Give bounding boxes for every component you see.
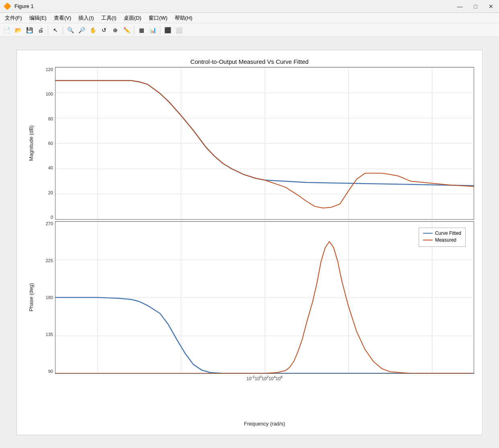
toolbar: 📄 📂 💾 🖨 ↖ 🔍 🔎 ✋ ↺ ⊕ ✏️ ▦ 📊 ⬛ ⬜ [0,23,499,37]
phase-plot-area: Curve Fitted Measured [55,221,474,374]
menu-help[interactable]: 帮助(H) [172,14,196,22]
charts-container: Magnitude (dB) 120 100 80 60 40 20 0 [25,67,474,374]
toolbar-separator-1 [48,26,48,35]
split-button[interactable]: ⬜ [174,25,184,35]
close-button[interactable]: ✕ [486,3,496,10]
menu-desktop[interactable]: 桌面(D) [121,14,145,22]
menu-insert[interactable]: 插入(I) [75,14,97,22]
menu-view[interactable]: 查看(V) [51,14,74,22]
phase-svg [55,222,474,373]
curve-fitted-phase [55,297,474,373]
curve-fitted-magnitude [55,81,474,186]
magnitude-y-label: Magnitude (dB) [25,67,37,220]
magnitude-chart-wrapper: Magnitude (dB) 120 100 80 60 40 20 0 [25,67,474,220]
figure-area: Control-to-Output Measured Vs Curve Fitt… [16,50,483,435]
x-ticks-area: 10-2 100 102 104 106 [247,374,283,419]
legend-curve-fitted: Curve Fitted [423,230,461,236]
data-cursor-button[interactable]: ⊕ [110,25,121,35]
toolbar-separator-3 [134,26,134,35]
select-tool-button[interactable]: ↖ [50,25,61,35]
phase-y-ticks: 270 225 180 135 90 [37,221,55,374]
magnitude-svg [55,67,474,219]
zoom-out-button[interactable]: 🔎 [76,25,87,35]
measured-phase [55,242,474,373]
chart-title: Control-to-Output Measured Vs Curve Fitt… [190,58,309,65]
matlab-icon: 🔶 [3,2,11,10]
curve-fitted-legend-line [423,233,433,234]
colorbar-button[interactable]: 📊 [147,25,158,35]
phase-chart-wrapper: Phase (deg) 270 225 180 135 90 [25,221,474,374]
zoom-in-button[interactable]: 🔍 [65,25,76,35]
menu-bar: 文件(F) 编辑(E) 查看(V) 插入(I) 工具(I) 桌面(D) 窗口(W… [0,13,499,23]
magnitude-y-ticks: 120 100 80 60 40 20 0 [37,67,55,220]
open-button[interactable]: 📂 [13,25,23,35]
legend-measured: Measured [423,237,461,243]
menu-file[interactable]: 文件(F) [2,14,25,22]
new-file-button[interactable]: 📄 [2,25,12,35]
legend-box: Curve Fitted Measured [419,228,466,247]
menu-window[interactable]: 窗口(W) [145,14,171,22]
main-content: Control-to-Output Measured Vs Curve Fitt… [0,37,499,448]
measured-magnitude [55,81,474,208]
title-bar: 🔶 Figure 1 — □ ✕ [0,0,499,13]
menu-tools[interactable]: 工具(I) [98,14,120,22]
window-controls: — □ ✕ [455,3,496,10]
menu-edit[interactable]: 编辑(E) [26,14,50,22]
maximize-button[interactable]: □ [472,3,480,10]
print-button[interactable]: 🖨 [35,25,46,35]
curve-fitted-label: Curve Fitted [435,230,461,236]
legend-button[interactable]: ▦ [136,25,147,35]
gray-button[interactable]: ⬛ [162,25,173,35]
minimize-button[interactable]: — [455,3,465,10]
phase-y-label: Phase (deg) [25,221,37,374]
toolbar-separator-4 [160,26,160,35]
x-axis-label: Frequency (rad/s) [244,421,285,427]
measured-legend-line [423,240,433,240]
save-button[interactable]: 💾 [24,25,35,35]
magnitude-plot-area [55,67,474,220]
brush-button[interactable]: ✏️ [121,25,132,35]
window-title: Figure 1 [14,3,452,9]
pan-button[interactable]: ✋ [88,25,98,35]
rotate-button[interactable]: ↺ [99,25,109,35]
measured-label: Measured [435,237,456,243]
toolbar-separator-2 [63,26,63,35]
